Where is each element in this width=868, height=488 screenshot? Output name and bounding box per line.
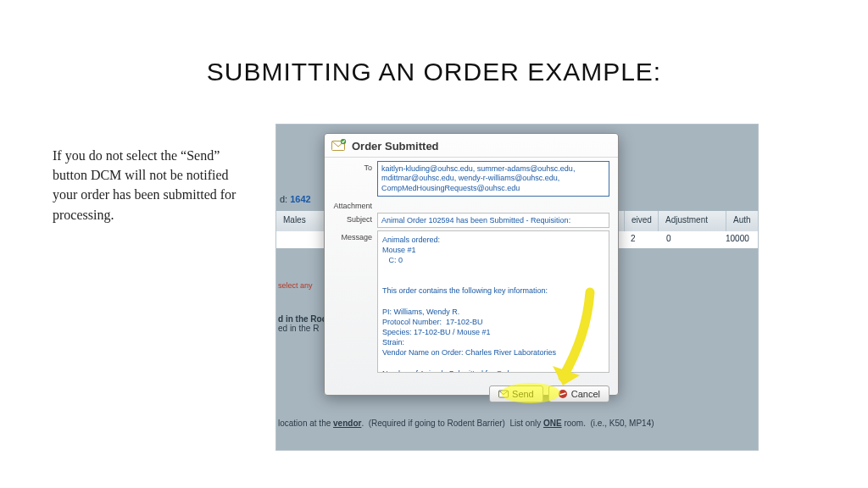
envelope-icon <box>498 389 509 399</box>
bg-red-text: select any <box>278 281 313 290</box>
cancel-label: Cancel <box>571 389 600 399</box>
slide: SUBMITTING AN ORDER EXAMPLE: If you do n… <box>0 0 868 488</box>
slide-title: SUBMITTING AN ORDER EXAMPLE: <box>0 58 868 86</box>
bg-id: d: 1642 <box>276 194 311 204</box>
message-field[interactable]: Animals ordered: Mouse #1 C: 0 This orde… <box>377 230 609 373</box>
to-field[interactable]: kaitlyn-kluding@ouhsc.edu, summer-adams@… <box>377 161 609 197</box>
instruction-text: If you do not select the “Send” button D… <box>53 146 256 225</box>
order-submitted-dialog: Order Submitted To kaitlyn-kluding@ouhsc… <box>324 133 619 396</box>
dialog-body: To kaitlyn-kluding@ouhsc.edu, summer-ada… <box>325 158 618 380</box>
subject-label: Subject <box>333 213 377 224</box>
dialog-title: Order Submitted <box>352 140 439 152</box>
bg-footer-text: location at the vendor. (Required if goi… <box>278 419 756 428</box>
send-label: Send <box>512 389 534 399</box>
cancel-button[interactable]: Cancel <box>548 385 609 402</box>
send-button[interactable]: Send <box>489 385 543 402</box>
bg-rodent-text: d in the Roc ed in the R <box>278 314 326 333</box>
dialog-title-bar: Order Submitted <box>325 134 618 158</box>
dialog-footer: Send Cancel <box>325 380 618 409</box>
cancel-icon <box>558 389 568 399</box>
app-screenshot: d: 1642 Males eived Adjustment Auth 2 0 … <box>275 124 759 451</box>
message-label: Message <box>333 230 377 241</box>
attachment-label: Attachment <box>333 199 377 210</box>
mail-icon <box>331 139 347 153</box>
subject-field[interactable]: Animal Order 102594 has been Submitted -… <box>377 213 609 228</box>
to-label: To <box>333 161 377 172</box>
